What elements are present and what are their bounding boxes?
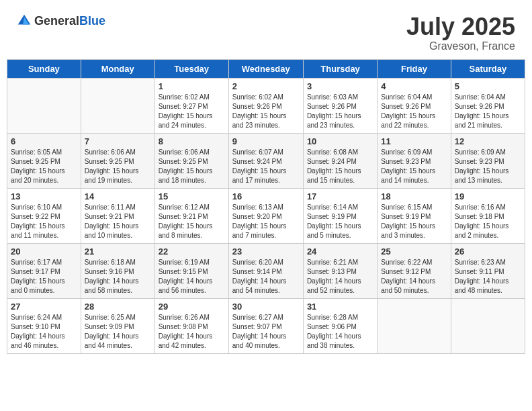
logo-blue-text: Blue xyxy=(79,14,105,28)
day-info: Sunrise: 6:08 AM Sunset: 9:24 PM Dayligh… xyxy=(307,148,373,185)
day-number: 26 xyxy=(455,246,521,257)
calendar-cell: 13Sunrise: 6:10 AM Sunset: 9:22 PM Dayli… xyxy=(7,188,81,243)
calendar-cell: 17Sunrise: 6:14 AM Sunset: 9:19 PM Dayli… xyxy=(303,188,377,243)
page-header: GeneralBlue July 2025 Graveson, France xyxy=(7,7,525,56)
day-info: Sunrise: 6:28 AM Sunset: 9:06 PM Dayligh… xyxy=(307,313,373,351)
calendar-cell: 31Sunrise: 6:28 AM Sunset: 9:06 PM Dayli… xyxy=(303,298,377,353)
calendar-cell: 15Sunrise: 6:12 AM Sunset: 9:21 PM Dayli… xyxy=(154,188,228,243)
day-number: 9 xyxy=(232,136,300,146)
day-number: 23 xyxy=(232,246,300,257)
day-info: Sunrise: 6:13 AM Sunset: 9:20 PM Dayligh… xyxy=(232,203,300,240)
day-number: 14 xyxy=(85,191,151,201)
day-info: Sunrise: 6:16 AM Sunset: 9:18 PM Dayligh… xyxy=(455,203,521,240)
weekday-header: Tuesday xyxy=(154,59,228,78)
calendar-cell: 9Sunrise: 6:07 AM Sunset: 9:24 PM Daylig… xyxy=(228,133,303,188)
day-number: 31 xyxy=(307,302,373,312)
calendar-cell: 10Sunrise: 6:08 AM Sunset: 9:24 PM Dayli… xyxy=(303,133,377,188)
day-info: Sunrise: 6:25 AM Sunset: 9:09 PM Dayligh… xyxy=(85,313,151,351)
calendar-cell xyxy=(81,78,154,133)
day-number: 16 xyxy=(232,191,300,201)
day-info: Sunrise: 6:06 AM Sunset: 9:25 PM Dayligh… xyxy=(85,148,151,185)
day-number: 25 xyxy=(381,246,447,257)
weekday-header: Friday xyxy=(378,59,451,78)
day-number: 20 xyxy=(11,246,77,257)
calendar-table: SundayMondayTuesdayWednesdayThursdayFrid… xyxy=(7,59,525,354)
day-info: Sunrise: 6:24 AM Sunset: 9:10 PM Dayligh… xyxy=(11,313,77,351)
day-info: Sunrise: 6:21 AM Sunset: 9:13 PM Dayligh… xyxy=(307,258,373,295)
calendar-week-row: 1Sunrise: 6:02 AM Sunset: 9:27 PM Daylig… xyxy=(7,78,525,133)
calendar-cell: 11Sunrise: 6:09 AM Sunset: 9:23 PM Dayli… xyxy=(378,133,451,188)
day-info: Sunrise: 6:26 AM Sunset: 9:08 PM Dayligh… xyxy=(159,313,225,351)
calendar-cell: 27Sunrise: 6:24 AM Sunset: 9:10 PM Dayli… xyxy=(7,298,81,353)
day-number: 11 xyxy=(381,136,447,146)
calendar-cell: 5Sunrise: 6:04 AM Sunset: 9:26 PM Daylig… xyxy=(451,78,525,133)
calendar-cell: 29Sunrise: 6:26 AM Sunset: 9:08 PM Dayli… xyxy=(154,298,228,353)
calendar-cell xyxy=(451,298,525,353)
day-number: 22 xyxy=(159,246,225,257)
day-info: Sunrise: 6:07 AM Sunset: 9:24 PM Dayligh… xyxy=(232,148,300,185)
calendar-cell: 19Sunrise: 6:16 AM Sunset: 9:18 PM Dayli… xyxy=(451,188,525,243)
day-info: Sunrise: 6:04 AM Sunset: 9:26 PM Dayligh… xyxy=(381,93,447,130)
day-number: 21 xyxy=(85,246,151,257)
day-number: 18 xyxy=(381,191,447,201)
calendar-cell: 12Sunrise: 6:09 AM Sunset: 9:23 PM Dayli… xyxy=(451,133,525,188)
calendar-cell: 23Sunrise: 6:20 AM Sunset: 9:14 PM Dayli… xyxy=(228,243,303,298)
day-info: Sunrise: 6:03 AM Sunset: 9:26 PM Dayligh… xyxy=(307,93,373,130)
day-number: 12 xyxy=(455,136,521,146)
calendar-cell: 26Sunrise: 6:23 AM Sunset: 9:11 PM Dayli… xyxy=(451,243,525,298)
calendar-cell: 30Sunrise: 6:27 AM Sunset: 9:07 PM Dayli… xyxy=(228,298,303,353)
weekday-header: Monday xyxy=(81,59,154,78)
day-number: 19 xyxy=(455,191,521,201)
day-info: Sunrise: 6:11 AM Sunset: 9:21 PM Dayligh… xyxy=(85,203,151,240)
day-number: 15 xyxy=(159,191,225,201)
day-info: Sunrise: 6:06 AM Sunset: 9:25 PM Dayligh… xyxy=(159,148,225,185)
day-number: 30 xyxy=(232,302,300,312)
day-info: Sunrise: 6:19 AM Sunset: 9:15 PM Dayligh… xyxy=(159,258,225,295)
calendar-cell xyxy=(378,298,451,353)
day-info: Sunrise: 6:09 AM Sunset: 9:23 PM Dayligh… xyxy=(381,148,447,185)
calendar-week-row: 20Sunrise: 6:17 AM Sunset: 9:17 PM Dayli… xyxy=(7,243,525,298)
calendar-cell: 25Sunrise: 6:22 AM Sunset: 9:12 PM Dayli… xyxy=(378,243,451,298)
title-block: July 2025 Graveson, France xyxy=(406,13,515,52)
calendar-cell: 21Sunrise: 6:18 AM Sunset: 9:16 PM Dayli… xyxy=(81,243,154,298)
day-number: 29 xyxy=(159,302,225,312)
day-info: Sunrise: 6:09 AM Sunset: 9:23 PM Dayligh… xyxy=(455,148,521,185)
day-info: Sunrise: 6:23 AM Sunset: 9:11 PM Dayligh… xyxy=(455,258,521,295)
day-number: 5 xyxy=(455,81,521,91)
weekday-header: Wednesday xyxy=(228,59,303,78)
logo: GeneralBlue xyxy=(17,13,105,28)
day-number: 2 xyxy=(232,81,300,91)
calendar-cell: 2Sunrise: 6:02 AM Sunset: 9:26 PM Daylig… xyxy=(228,78,303,133)
day-number: 3 xyxy=(307,81,373,91)
calendar-cell: 16Sunrise: 6:13 AM Sunset: 9:20 PM Dayli… xyxy=(228,188,303,243)
day-info: Sunrise: 6:02 AM Sunset: 9:27 PM Dayligh… xyxy=(159,93,225,130)
weekday-header: Thursday xyxy=(303,59,377,78)
calendar-cell: 28Sunrise: 6:25 AM Sunset: 9:09 PM Dayli… xyxy=(81,298,154,353)
day-info: Sunrise: 6:18 AM Sunset: 9:16 PM Dayligh… xyxy=(85,258,151,295)
logo-general-text: General xyxy=(34,14,79,28)
calendar-week-row: 13Sunrise: 6:10 AM Sunset: 9:22 PM Dayli… xyxy=(7,188,525,243)
calendar-cell: 4Sunrise: 6:04 AM Sunset: 9:26 PM Daylig… xyxy=(378,78,451,133)
calendar-cell: 8Sunrise: 6:06 AM Sunset: 9:25 PM Daylig… xyxy=(154,133,228,188)
calendar-cell: 3Sunrise: 6:03 AM Sunset: 9:26 PM Daylig… xyxy=(303,78,377,133)
calendar-cell: 1Sunrise: 6:02 AM Sunset: 9:27 PM Daylig… xyxy=(154,78,228,133)
day-info: Sunrise: 6:15 AM Sunset: 9:19 PM Dayligh… xyxy=(381,203,447,240)
logo-icon xyxy=(17,13,32,28)
day-info: Sunrise: 6:04 AM Sunset: 9:26 PM Dayligh… xyxy=(455,93,521,130)
calendar-cell xyxy=(7,78,81,133)
day-number: 28 xyxy=(85,302,151,312)
day-info: Sunrise: 6:22 AM Sunset: 9:12 PM Dayligh… xyxy=(381,258,447,295)
calendar-cell: 20Sunrise: 6:17 AM Sunset: 9:17 PM Dayli… xyxy=(7,243,81,298)
day-number: 17 xyxy=(307,191,373,201)
day-info: Sunrise: 6:02 AM Sunset: 9:26 PM Dayligh… xyxy=(232,93,300,130)
day-number: 7 xyxy=(85,136,151,146)
day-info: Sunrise: 6:20 AM Sunset: 9:14 PM Dayligh… xyxy=(232,258,300,295)
day-number: 10 xyxy=(307,136,373,146)
day-number: 6 xyxy=(11,136,77,146)
day-number: 1 xyxy=(159,81,225,91)
calendar-week-row: 6Sunrise: 6:05 AM Sunset: 9:25 PM Daylig… xyxy=(7,133,525,188)
calendar-cell: 14Sunrise: 6:11 AM Sunset: 9:21 PM Dayli… xyxy=(81,188,154,243)
calendar-week-row: 27Sunrise: 6:24 AM Sunset: 9:10 PM Dayli… xyxy=(7,298,525,353)
day-number: 13 xyxy=(11,191,77,201)
weekday-header: Sunday xyxy=(7,59,81,78)
